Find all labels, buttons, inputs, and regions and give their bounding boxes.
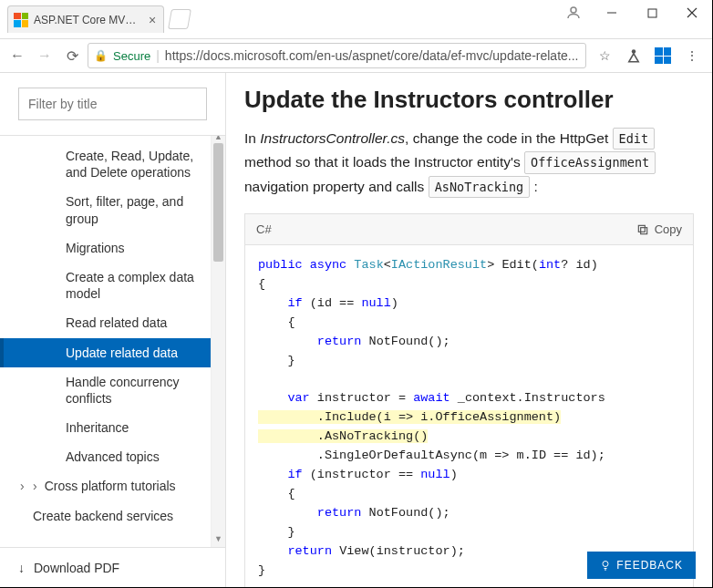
download-pdf-link[interactable]: ↓ Download PDF xyxy=(0,547,225,588)
feedback-label: FEEDBACK xyxy=(616,559,683,572)
code-header: C# Copy xyxy=(245,214,693,245)
sidebar-item[interactable]: Read related data xyxy=(0,308,225,337)
intro-paragraph: In InstructorsController.cs, change the … xyxy=(244,127,694,199)
sidebar-item-label: Handle concurrency conflicts xyxy=(66,375,180,406)
sidebar-item-label: Create, Read, Update, and Delete operati… xyxy=(66,149,193,180)
filter-wrap xyxy=(18,88,207,120)
filter-input[interactable] xyxy=(18,88,207,120)
window-minimize-icon[interactable] xyxy=(592,0,632,26)
scrollbar-thumb[interactable] xyxy=(213,143,223,262)
code-tag-asnotracking: AsNoTracking xyxy=(429,176,531,198)
sidebar: Create, Read, Update, and Delete operati… xyxy=(0,73,226,588)
code-content: public async Task<IActionResult> Edit(in… xyxy=(245,245,693,588)
sidebar-item[interactable]: Migrations xyxy=(0,233,225,263)
code-tag-edit: Edit xyxy=(613,128,656,150)
svg-rect-2 xyxy=(648,9,656,17)
lock-icon: 🔒 xyxy=(94,49,108,62)
code-language-label: C# xyxy=(256,222,272,236)
sidebar-item[interactable]: Update related data xyxy=(0,338,225,367)
scroll-down-icon[interactable]: ▼ xyxy=(212,534,225,547)
window-close-icon[interactable] xyxy=(672,0,712,26)
tab-close-icon[interactable]: × xyxy=(149,13,156,27)
sidebar-item-label: Create a complex data model xyxy=(66,270,194,301)
nav-list: Create, Read, Update, and Delete operati… xyxy=(0,135,225,547)
copy-icon xyxy=(636,223,649,236)
copy-button[interactable]: Copy xyxy=(636,222,682,236)
ms-favicon xyxy=(14,13,28,27)
code-block: C# Copy public async Task<IActionResult>… xyxy=(244,213,694,588)
extension-icon[interactable] xyxy=(625,46,643,65)
code-tag-officeassignment: OfficeAssignment xyxy=(524,151,656,173)
menu-icon[interactable]: ⋮ xyxy=(683,46,701,65)
star-icon[interactable]: ☆ xyxy=(595,46,614,65)
url-text: https://docs.microsoft.com/en-us/aspnet/… xyxy=(165,48,579,63)
sidebar-item[interactable]: Create a complex data model xyxy=(0,263,225,308)
reload-button[interactable]: ⟳ xyxy=(60,44,84,67)
svg-rect-7 xyxy=(638,225,645,232)
browser-tab[interactable]: ASP.NET Core MVC with × xyxy=(7,5,164,33)
main-content: Update the Instructors controller In Ins… xyxy=(226,73,712,588)
sidebar-item-label: Update related data xyxy=(66,346,178,360)
tab-title: ASP.NET Core MVC with xyxy=(34,14,143,26)
sidebar-item[interactable]: Handle concurrency conflicts xyxy=(0,367,225,413)
new-tab-button[interactable] xyxy=(168,9,191,29)
page-title: Update the Instructors controller xyxy=(244,86,694,114)
bulb-icon xyxy=(600,559,611,572)
sidebar-item-label: Inheritance xyxy=(66,420,129,435)
sidebar-item[interactable]: Create backend services xyxy=(0,501,225,531)
filename: InstructorsController.cs xyxy=(260,130,405,146)
sidebar-item-label: Read related data xyxy=(66,315,167,330)
back-button[interactable]: ← xyxy=(5,44,29,67)
svg-point-0 xyxy=(571,7,576,13)
download-label: Download PDF xyxy=(34,561,119,575)
sidebar-item-label: Create backend services xyxy=(33,509,173,523)
account-icon[interactable] xyxy=(555,0,592,26)
svg-point-8 xyxy=(603,562,608,567)
sidebar-item[interactable]: Sort, filter, page, and group xyxy=(0,187,225,232)
copy-label: Copy xyxy=(655,222,682,236)
download-icon: ↓ xyxy=(18,561,25,575)
sidebar-item-label: Cross platform tutorials xyxy=(45,479,176,493)
window-titlebar: ASP.NET Core MVC with × xyxy=(0,0,712,38)
forward-button[interactable]: → xyxy=(33,44,57,67)
sidebar-item[interactable]: Advanced topics xyxy=(0,442,225,471)
address-bar: ← → ⟳ 🔒 Secure | https://docs.microsoft.… xyxy=(0,38,712,73)
feedback-button[interactable]: FEEDBACK xyxy=(587,552,696,579)
window-maximize-icon[interactable] xyxy=(632,0,672,26)
url-field[interactable]: 🔒 Secure | https://docs.microsoft.com/en… xyxy=(88,43,586,68)
chevron-right-icon: › xyxy=(33,478,37,494)
sidebar-scrollbar[interactable]: ▲ ▼ xyxy=(211,136,225,547)
sidebar-item-label: Migrations xyxy=(66,241,125,255)
windows-icon[interactable] xyxy=(654,46,672,65)
sidebar-item-label: Advanced topics xyxy=(66,449,160,464)
svg-rect-6 xyxy=(640,227,646,233)
sidebar-item[interactable]: Inheritance xyxy=(0,413,225,442)
sidebar-item-label: Sort, filter, page, and group xyxy=(66,194,183,225)
sidebar-item[interactable]: Create, Read, Update, and Delete operati… xyxy=(0,141,225,187)
secure-label: Secure xyxy=(113,49,150,63)
sidebar-item[interactable]: ›Cross platform tutorials xyxy=(0,471,225,500)
